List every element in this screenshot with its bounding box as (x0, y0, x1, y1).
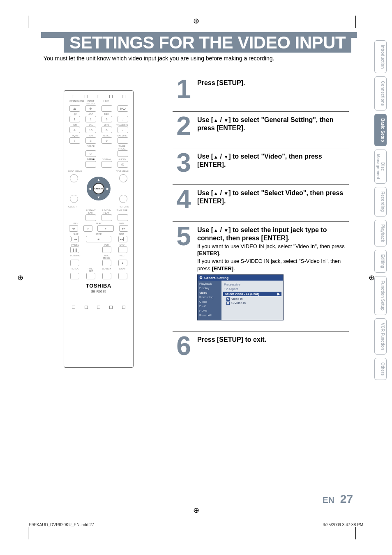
osd-option[interactable]: TV Aspect (223, 287, 281, 291)
dpad-ring[interactable]: ▲ ▼ ◀ ▶ ENTER (87, 177, 111, 200)
repeat-button[interactable] (70, 273, 79, 279)
remote-hole (122, 95, 125, 98)
speed-play-button[interactable] (101, 214, 112, 221)
tab-function-setup[interactable]: Function Setup (374, 276, 387, 315)
instant-skip-button[interactable] (85, 214, 96, 221)
step-number: 3 (173, 152, 193, 174)
dubbing-button[interactable] (70, 260, 79, 266)
tab-vcr-function[interactable]: VCR Function (374, 318, 387, 355)
rec-button[interactable]: ● (118, 260, 127, 266)
osd-left-item[interactable]: Reset All (198, 313, 221, 318)
osd-left-item[interactable]: DivX (198, 304, 221, 309)
num-5-button[interactable]: ○5 (85, 127, 96, 133)
rev-button[interactable]: ◂◂ (69, 225, 78, 232)
osd-submenu-item[interactable]: S-Video In (226, 301, 281, 305)
tab-recording[interactable]: Recording (374, 187, 387, 216)
clear-button[interactable] (70, 195, 78, 203)
osd-left-item-selected[interactable]: Video (198, 290, 221, 295)
tab-others[interactable]: Others (374, 358, 387, 380)
num-4-button[interactable]: 4 (69, 127, 80, 133)
pause-button[interactable]: ❚❚ (70, 246, 79, 253)
timer-prog-button[interactable] (118, 150, 128, 157)
display-button[interactable] (101, 161, 112, 168)
tab-disc-management[interactable]: Disc Management (374, 150, 387, 184)
remote-label: TIMER PROG. (116, 145, 128, 150)
dvd-button[interactable] (118, 246, 127, 253)
side-tabs: Introduction Connections Basic Setup Dis… (374, 40, 387, 380)
print-timestamp: 3/25/2009 3:47:38 PM (323, 523, 363, 527)
spacer (69, 150, 80, 157)
time-slip-button[interactable] (118, 214, 128, 221)
step-heading: Press [SETUP]. (197, 79, 349, 87)
stop-button[interactable]: ■ (86, 236, 111, 242)
num-6-button[interactable]: 6 (101, 127, 112, 133)
tab-basic-setup[interactable]: Basic Setup (374, 114, 387, 146)
skip-fwd-button[interactable]: ▸▸▎ (118, 236, 127, 242)
skip-back-button[interactable]: ▎◂◂ (70, 236, 79, 242)
num-0-button[interactable]: 0 (85, 150, 96, 157)
play-button[interactable]: ▸ (97, 225, 114, 232)
step-text-bold: [ENTER] (197, 250, 219, 256)
zoom-button[interactable] (118, 273, 127, 279)
remote-label-row: .@/: ABC DEF (67, 113, 130, 115)
osd-option[interactable]: Progressive (223, 282, 281, 287)
num-8-button[interactable]: 8 (85, 137, 96, 144)
top-menu-button[interactable] (119, 174, 127, 182)
osd-left-item[interactable]: Recording (198, 295, 221, 299)
num-9-button[interactable]: 9 (101, 137, 112, 144)
disc-menu-button[interactable] (70, 174, 78, 182)
remote-hole (72, 306, 75, 309)
open-close-button[interactable]: ⏏ (69, 105, 80, 112)
remote-label: TIMER SET (85, 267, 97, 272)
osd-left-item[interactable]: Playback (198, 281, 221, 286)
step-text: ] to select "Select Video", then press [… (197, 189, 343, 205)
remote-button-row: ● (67, 260, 130, 266)
tab-connections[interactable]: Connections (374, 76, 387, 111)
return-button[interactable] (119, 195, 127, 203)
rec-mode-button[interactable] (102, 260, 111, 266)
tab-playback[interactable]: Playback (374, 220, 387, 246)
osd-left-item[interactable]: Display (198, 286, 221, 290)
vcr-button[interactable] (102, 246, 111, 253)
remote-label (69, 209, 81, 214)
tracking-down-button[interactable]: ⌄ (118, 127, 128, 133)
remote-label: SAT.LINK (116, 134, 128, 137)
remote-button-row (67, 214, 130, 221)
remote-top-holes (67, 95, 130, 98)
num-3-button[interactable]: 3 (101, 116, 112, 122)
remote-label: FWD (115, 222, 127, 225)
tab-editing[interactable]: Editing (374, 250, 387, 273)
timer-set-button[interactable] (86, 273, 95, 279)
menu-section-labels: DISC MENU TOP MENU (68, 170, 129, 173)
remote-label: SPACE (85, 145, 97, 150)
fwd-button[interactable]: ▸▸ (119, 225, 128, 232)
osd-highlighted-option[interactable]: Select Video - L1 (Rear) ▶ (223, 292, 281, 296)
body-columns: OPEN/CLOSE INPUT SELECT HDMI ⏏ ⊕ I/⏻ .@/… (41, 78, 357, 368)
audio-button[interactable]: ◎ (118, 161, 128, 168)
remote-hole (85, 95, 88, 98)
step-text: Use [ (197, 116, 213, 123)
tab-introduction[interactable]: Introduction (374, 40, 387, 73)
power-button[interactable]: I/⏻ (118, 105, 128, 112)
intro-text: You must let the unit know which video i… (44, 55, 357, 62)
osd-submenu-item[interactable]: Video In (226, 297, 281, 301)
arrow-left-icon: ◀ (88, 187, 91, 191)
remote-label: INSTANT SKIP (85, 209, 97, 214)
num-7-button[interactable]: 7 (69, 137, 80, 144)
remote-label: OPEN/CLOSE (69, 100, 81, 105)
hdmi-button[interactable] (101, 105, 112, 112)
input-select-button[interactable]: ⊕ (85, 105, 96, 112)
osd-left-item[interactable]: Clock (198, 299, 221, 304)
remote-button-row: 1 2 3 ⤴ (67, 116, 130, 122)
menu-section-labels: CLEAR RETURN (68, 205, 129, 208)
play-indicator-button[interactable]: ○ (83, 225, 92, 232)
satlink-button[interactable] (118, 137, 128, 144)
search-button[interactable] (102, 273, 111, 279)
enter-button[interactable]: ENTER (93, 183, 104, 194)
setup-button[interactable] (85, 161, 96, 168)
num-2-button[interactable]: 2 (85, 116, 96, 122)
num-1-button[interactable]: 1 (69, 116, 80, 122)
osd-right-panel: Progressive TV Aspect Select Video - L1 … (221, 281, 283, 320)
osd-left-item[interactable]: HDMI (198, 309, 221, 313)
tracking-up-button[interactable]: ⤴ (118, 116, 128, 122)
